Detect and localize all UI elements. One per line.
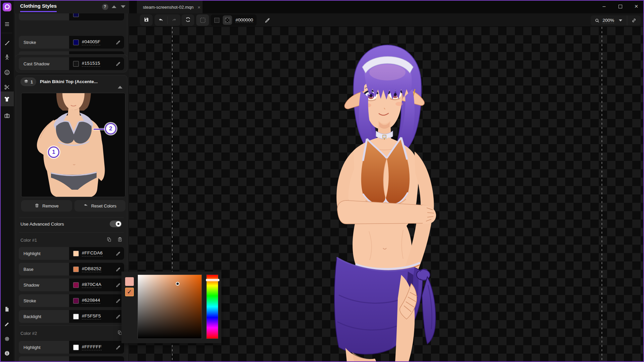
background-transparent-button[interactable] [223, 15, 232, 25]
saturation-value-area[interactable] [138, 275, 202, 339]
copy-colors-icon[interactable] [107, 237, 112, 243]
color-hex[interactable]: #151515 [82, 61, 100, 67]
color-swatch[interactable] [73, 266, 79, 272]
link-zoom-button[interactable] [627, 18, 641, 23]
close-button[interactable]: × [631, 2, 641, 11]
save-button[interactable] [140, 14, 153, 26]
eyedropper-icon[interactable] [116, 345, 121, 350]
background-eyedropper-button[interactable] [262, 14, 273, 26]
remove-button-label: Remove [42, 203, 58, 208]
tool-paint[interactable] [0, 36, 14, 50]
tool-clothing[interactable] [0, 92, 14, 106]
layers-icon [24, 79, 29, 85]
marquee-select-button[interactable] [196, 14, 209, 26]
color-hex[interactable]: #FFCDA6 [82, 250, 103, 256]
color-row-value[interactable]: #151515 [69, 57, 124, 70]
hue-slider-marker[interactable] [206, 279, 219, 281]
color-picker-cursor[interactable] [176, 282, 179, 286]
tool-face[interactable] [0, 66, 14, 79]
main-menu-button[interactable] [0, 17, 14, 31]
document-tab[interactable]: steam-screenshot-02.mqn × [137, 1, 203, 13]
color-row-base-1: Base #DB8252 [19, 263, 124, 276]
eyedropper-icon[interactable] [116, 40, 121, 45]
paste-colors-icon[interactable] [117, 237, 122, 243]
background-hex-value[interactable]: #000000 [235, 17, 253, 23]
zoom-value[interactable]: 200% [602, 18, 614, 23]
eyedropper-icon[interactable] [116, 283, 121, 288]
eyedropper-icon[interactable] [116, 298, 121, 303]
color-swatch[interactable] [73, 13, 79, 17]
color-row-value[interactable] [69, 356, 124, 362]
panel-help-button[interactable]: ? [101, 3, 109, 11]
smiley-icon [4, 69, 10, 75]
tool-body[interactable] [0, 51, 14, 64]
app-logo[interactable] [0, 0, 14, 14]
hue-slider[interactable] [206, 275, 218, 339]
color-swatch[interactable] [73, 61, 79, 67]
color-hex[interactable]: #FFFFFF [82, 344, 102, 350]
color-row-value[interactable]: #04005F [69, 36, 124, 49]
clothing-preview-thumbnail[interactable] [21, 93, 125, 197]
color-row-value[interactable]: #870C4A [69, 279, 124, 291]
minimize-button[interactable]: – [599, 2, 609, 11]
color2-heading: Color #2 [20, 331, 37, 336]
background-solid-button[interactable] [212, 15, 221, 25]
refresh-button[interactable] [181, 14, 194, 26]
tool-files[interactable] [0, 302, 14, 316]
advanced-colors-toggle[interactable] [110, 221, 122, 227]
color-pin-1[interactable]: 1 [48, 146, 59, 158]
color-swatch[interactable] [73, 40, 79, 45]
color-swatch[interactable] [73, 282, 79, 288]
redo-button[interactable] [168, 14, 180, 26]
close-icon: × [634, 3, 638, 10]
reset-colors-button[interactable]: Reset Colors [74, 200, 125, 212]
remove-button[interactable]: Remove [21, 200, 72, 212]
maximize-button[interactable] [615, 2, 625, 11]
color-row-label: Highlight [19, 341, 69, 354]
color-row-value[interactable]: #F5F5F5 [69, 310, 124, 323]
tab-close-icon[interactable]: × [198, 4, 201, 10]
color-row-value[interactable]: #FFFFFF [69, 341, 124, 354]
color-row-label [19, 13, 69, 20]
color-hex[interactable]: #DB8252 [82, 266, 101, 272]
color-hex[interactable]: #870C4A [82, 282, 101, 288]
color-row-value[interactable]: #FFCDA6 [69, 247, 124, 260]
tool-settings[interactable] [0, 332, 14, 346]
color-swatch[interactable] [73, 345, 79, 350]
panel-scroll-up-button[interactable] [110, 3, 118, 11]
tool-about[interactable] [0, 347, 14, 360]
panel-content: Stroke #04005F Backlight #F5F5F5 [14, 13, 129, 362]
camera-icon [4, 113, 10, 119]
undo-button[interactable] [155, 14, 167, 26]
undo-icon [158, 17, 164, 23]
color-row-value[interactable] [69, 13, 124, 20]
color-swatch[interactable] [73, 314, 79, 319]
color-hex[interactable]: #F5F5F5 [82, 313, 101, 319]
eyedropper-icon[interactable] [116, 61, 121, 66]
eyedropper-icon[interactable] [116, 314, 121, 319]
zoom-dropdown-button[interactable] [614, 19, 627, 21]
color-hex[interactable]: #620844 [82, 298, 100, 304]
color-row-label: Cast Shadow [19, 57, 69, 70]
picker-swatch-highlight[interactable] [125, 277, 134, 286]
color-row-highlight-2: Highlight #FFFFFF [19, 341, 124, 354]
undo-redo-group [155, 14, 180, 26]
eyedropper-icon[interactable] [116, 267, 121, 272]
titlebar[interactable]: steam-screenshot-02.mqn × – × [129, 0, 644, 13]
color-pin-2[interactable]: 2 [105, 123, 116, 134]
color-hex[interactable]: #04005F [82, 39, 100, 45]
collapse-button[interactable] [118, 80, 122, 86]
color-row-label: Stroke [19, 36, 69, 49]
color-row-value[interactable]: #620844 [69, 294, 124, 307]
picker-swatch-base-selected[interactable]: ✓ [125, 288, 134, 296]
panel-scroll-down-button[interactable] [119, 3, 127, 11]
tool-edit[interactable] [0, 317, 14, 331]
tool-screenshot[interactable] [0, 109, 14, 122]
eyedropper-icon[interactable] [116, 251, 121, 256]
minimize-icon: – [603, 3, 606, 9]
trash-icon [35, 203, 39, 209]
color-row-value[interactable]: #DB8252 [69, 263, 124, 276]
color-swatch[interactable] [73, 298, 79, 304]
color-row-partial [19, 356, 124, 362]
color-swatch[interactable] [73, 251, 79, 256]
